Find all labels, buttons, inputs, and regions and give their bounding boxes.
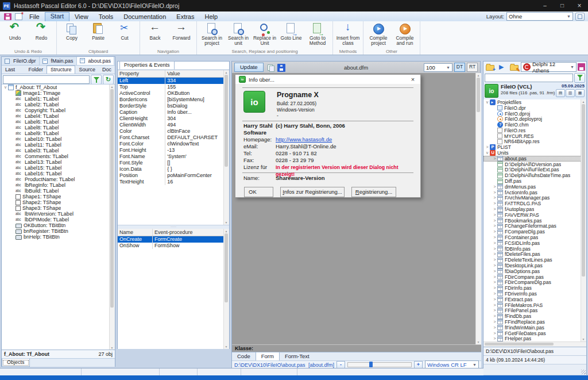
project-tree-item[interactable]: >FChangeFileformat.pas — [483, 224, 586, 229]
menu-item[interactable]: Start — [45, 12, 69, 22]
menu-item[interactable]: View — [69, 13, 94, 21]
project-tree-item[interactable]: >fDBInfo.pas — [483, 246, 586, 252]
add-folder-button[interactable]: + — [485, 62, 496, 72]
property-row[interactable]: Font.Name'System' — [118, 153, 224, 160]
tree-item[interactable]: Shape2: TShape — [2, 199, 115, 205]
quick-save-icon[interactable] — [4, 13, 11, 20]
view-tab[interactable]: Source — [75, 66, 99, 74]
project-tree-item[interactable]: >FATTRDLG.PAS — [483, 201, 586, 206]
view-tab[interactable]: Folder — [25, 66, 47, 74]
project-tree-item[interactable]: >PLIST — [483, 144, 586, 150]
project-filter-button[interactable] — [574, 73, 585, 83]
project-tree-hscrollbar[interactable] — [483, 341, 586, 347]
editor-mode-tab[interactable]: Form-Text — [280, 352, 315, 361]
scrollbar-thumb[interactable] — [225, 75, 228, 167]
tree-item[interactable]: Label1: TLabel — [2, 96, 115, 102]
project-tree-item[interactable]: FileIO.dpr — [483, 105, 586, 111]
filter-button[interactable] — [91, 75, 102, 85]
grid-view-button[interactable]: ▦ — [575, 89, 585, 97]
run-project-button[interactable] — [497, 62, 508, 72]
view-tab[interactable]: Structure — [47, 66, 76, 74]
property-row[interactable]: Left334 — [118, 78, 224, 84]
maximize-button[interactable] — [554, 0, 571, 11]
tree-item[interactable]: bnRegister: TBitBtn — [2, 228, 115, 234]
project-tree-item[interactable]: >fFindDb.pas — [483, 313, 586, 319]
project-search-input[interactable] — [485, 74, 573, 82]
ribbon-button[interactable]: Replace in Unit — [252, 22, 278, 46]
project-tree-item[interactable]: >FFindReplace.pas — [483, 319, 586, 325]
tree-item[interactable]: vf_About: Tf_About — [2, 85, 115, 90]
scrollbar-thumb[interactable] — [477, 78, 480, 112]
contact-value[interactable]: 0228 - 23 29 79 — [276, 157, 420, 164]
project-tree-item[interactable]: >FHelper.pas — [483, 336, 586, 341]
designer-scrollbar[interactable] — [475, 73, 481, 344]
contact-value[interactable]: 0228 - 910 71 82 — [276, 150, 420, 157]
ribbon-button[interactable]: Copy — [59, 22, 85, 41]
property-scrollbar[interactable] — [223, 70, 229, 225]
project-tree-item[interactable]: Diff.pas — [483, 178, 586, 184]
document-tab[interactable]: about.pas — [77, 57, 115, 65]
menu-item[interactable]: Tools — [94, 13, 119, 21]
project-tree-item[interactable]: >FBookmarks.pas — [483, 218, 586, 224]
document-tab[interactable]: FileIO.dpr — [2, 57, 40, 65]
property-row[interactable]: Font.Height-13 — [118, 147, 224, 153]
project-tree-item[interactable]: >fActionInfo.pas — [483, 190, 586, 195]
property-row[interactable]: BorderIcons[biSystemMenu] — [118, 97, 224, 103]
project-tree-item[interactable]: NR64BitApp.res — [483, 139, 586, 145]
view-tab[interactable]: Last used — [2, 66, 25, 74]
tree-item[interactable]: ProductName: TLabel — [2, 176, 115, 182]
update-button[interactable]: Update — [234, 63, 264, 72]
project-tree-item[interactable]: >FFileMakros.PAS — [483, 302, 586, 308]
project-tree-item[interactable]: vUnits — [483, 150, 586, 156]
edit-folder-button[interactable]: ✎ — [509, 62, 520, 72]
tree-item[interactable]: lbWinVersion: TLabel — [2, 211, 115, 217]
property-row[interactable]: Font.ColorclWindowText — [118, 141, 224, 147]
project-tree-item[interactable]: >FContainer.pas — [483, 235, 586, 240]
ribbon-button[interactable]: Back — [142, 22, 168, 41]
property-row[interactable]: BorderStylebsDialog — [118, 103, 224, 109]
project-tree-item[interactable]: >about.pas — [483, 156, 586, 162]
project-tree-item[interactable]: >FDirInfo.pas — [483, 285, 586, 291]
contact-value[interactable]: http://www.hastasoft.de — [276, 136, 420, 143]
close-button[interactable] — [571, 0, 588, 11]
slider-thumb[interactable] — [369, 362, 373, 367]
property-row[interactable]: PositionpoMainFormCenter — [118, 172, 224, 179]
editor-mode-tab[interactable]: Form — [256, 352, 280, 361]
tree-item[interactable]: Label6: TLabel — [2, 119, 115, 125]
project-tree-item[interactable]: >FExtract.pas — [483, 297, 586, 302]
menu-item[interactable]: Documentation — [118, 13, 171, 21]
tree-scrollbar[interactable] — [109, 85, 115, 350]
tree-item[interactable]: Label3: TLabel — [2, 148, 115, 153]
project-tree-item[interactable]: >FCSIDLInfo.pas — [483, 240, 586, 246]
property-row[interactable]: CaptionInfo über... — [118, 109, 224, 116]
refresh-button[interactable]: ↻ — [103, 75, 114, 85]
document-tab[interactable]: fMain.pas — [40, 57, 77, 65]
event-row[interactable]: OnShowFormShow — [118, 243, 224, 249]
dialog-button[interactable]: Registrierung... — [351, 187, 396, 197]
ribbon-button[interactable]: Search in project — [199, 22, 225, 46]
project-tree-item[interactable]: FileIO.res — [483, 128, 586, 133]
tree-item[interactable]: lbRegInfo: TLabel — [2, 182, 115, 188]
tree-item[interactable]: Image1: TImage — [2, 90, 115, 96]
project-tree-item[interactable]: >FDirCompareDlg.pas — [483, 280, 586, 286]
property-row[interactable]: Font.CharsetDEFAULT_CHARSET — [118, 135, 224, 141]
project-tree-item[interactable]: >fDeleteFiles.pas — [483, 252, 586, 258]
scrollbar-thumb[interactable] — [225, 233, 228, 302]
project-tree-item[interactable]: >dmMenus.pas — [483, 184, 586, 190]
project-tree-item[interactable]: vProjektfiles — [483, 99, 586, 105]
tree-item[interactable]: lbBuild: TLabel — [2, 188, 115, 194]
scrollbar-thumb[interactable] — [110, 89, 114, 308]
ribbon-button[interactable]: Compile and run — [392, 22, 418, 46]
quick-new-icon[interactable] — [15, 13, 22, 20]
project-tree-item[interactable]: >FArchivManager.pas — [483, 195, 586, 201]
resize-grip[interactable] — [581, 370, 586, 374]
project-tree-item[interactable]: FileIO.chm — [483, 122, 586, 128]
event-scrollbar[interactable] — [223, 229, 229, 349]
editor-mode-tab[interactable]: Code — [232, 352, 256, 361]
save-form-icon[interactable] — [277, 64, 285, 72]
tree-item[interactable]: Label11: TLabel — [2, 142, 115, 148]
ribbon-button[interactable]: Compile project — [365, 22, 392, 46]
project-tree-item[interactable]: D:\DelphiAll\DVersion.pas — [483, 162, 586, 167]
menu-item[interactable]: Help — [200, 13, 223, 21]
tree-item[interactable]: Shape1: TShape — [2, 194, 115, 199]
